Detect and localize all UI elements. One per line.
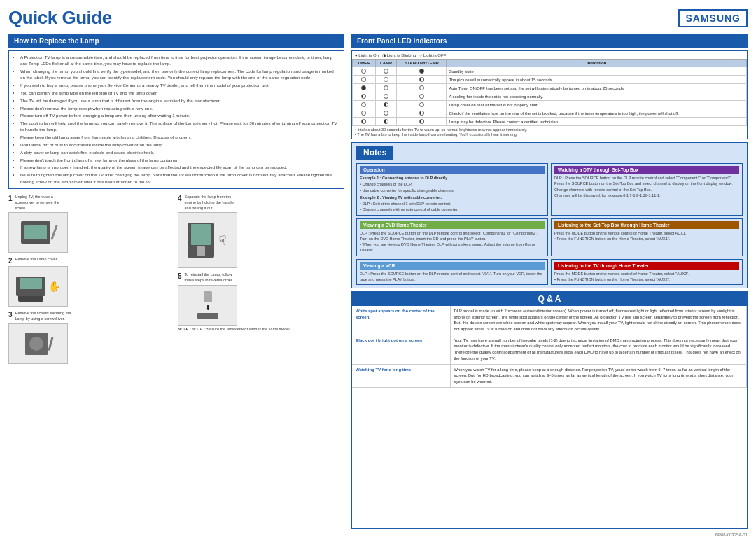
qa-row: Watching TV for a long time When you wat… [352,364,747,387]
led-legend: ● Light is On ◑ Light is Blinking ○ Ligh… [352,51,747,59]
led-dot [361,94,366,99]
op-operation-content: Example 1 : Connecting antenna to DLP di… [360,175,545,213]
op-viewing-vcr-content: DLP : Press the SOURCE button on the DLP… [360,271,545,283]
step-1-number: 1 [8,195,13,202]
led-dot [384,119,388,124]
op-viewing-dvd: Viewing a DVD Home Theater DLP : Press t… [356,218,548,256]
step-3-image [8,323,68,364]
instruction-item: A dirty cover or lamp can catch fire, ex… [20,149,340,155]
samsung-logo: SAMSUNG [678,9,748,27]
led-col-timer: TIMER [353,60,376,67]
step-4-image: ☞ [178,212,237,268]
instruction-item: You can identify the lamp type on the le… [20,90,340,96]
step-3-number: 3 [8,311,13,319]
op-viewing-dvd-content: DLP : Press the SOURCE button on the DLP… [360,230,545,253]
op-listening-setopbox-title: Listening to the Set-Top Box through Hom… [554,221,739,229]
led-dot [384,69,388,74]
step-5-text: To reinstall the Lamp, follow these step… [185,272,241,283]
op-viewing-vcr-title: Viewing a VCR [360,262,545,270]
right-column: Front Panel LED Indicators ● Light is On… [351,34,748,537]
led-dot [419,111,424,116]
op-listening-setopbox: Listening to the Set-Top Box through Hom… [551,218,743,256]
header: Quick Guide SAMSUNG [8,7,748,29]
op-listening-tv-content: Press the MODE button on the remote cont… [554,271,739,283]
led-dot [361,111,366,116]
step-2-number: 2 [8,257,13,265]
steps-right: 4 Separate the lamp from the engine by h… [178,195,344,330]
led-dot [419,102,424,107]
instruction-item: A Projection TV lamp is a consumable ite… [20,54,340,67]
notes-title: Notes [356,146,393,160]
led-section-title: Front Panel LED Indicators [351,34,748,48]
step-5: 5 To reinstall the Lamp, follow these st… [178,272,344,330]
led-row: Standby state [353,67,747,76]
led-dot [361,69,366,74]
led-row: Lamp cover on rear of the set is not pro… [353,101,747,109]
led-dot [384,102,388,107]
instruction-item: If a new lamp is improperly handled, the… [20,164,340,170]
led-table: TIMER LAMP STAND BY/TEMP Indication Stan… [352,59,747,126]
led-col-standby: STAND BY/TEMP [397,60,447,67]
op-viewing-vcr: Viewing a VCR DLP : Press the SOURCE but… [356,259,548,286]
step-1-text: Unplug TV, then use a screwdriver to rem… [15,195,71,211]
step-3-text: Remove the screws securing the Lamp by u… [15,311,71,321]
qa-title: Q & A [352,292,747,306]
step-2: 2 Remove the Lamp cover. ✋ [8,257,175,307]
led-dot [384,111,388,116]
example2-item: • Change channels with remote control of… [360,207,545,212]
led-dot [419,94,424,99]
led-notes: • It takes about 30 seconds for the TV t… [352,126,747,139]
led-dot [361,102,366,107]
step-4-text: Separate the lamp from the engine by hol… [185,195,241,211]
qa-answer: When you watch TV for a long time, pleas… [450,364,747,387]
main-content: How to Replace the Lamp A Projection TV … [8,34,748,537]
example1-item: • Use cable converter for specific chang… [360,188,545,193]
instruction-item: The TV will be damaged if you use a lamp… [20,97,340,104]
op-listening-setopbox-content: Press the MODE button on the remote cont… [554,230,739,242]
instruction-item: Don't allow dirt or dust to accumulate i… [20,141,340,148]
led-dot [419,119,424,124]
op-listening-tv-title: Listening to the TV through Home Theater [554,262,739,270]
instruction-item: Please don't touch the front glass of a … [20,157,340,163]
step-1: 1 Unplug TV, then use a screwdriver to r… [8,195,175,253]
led-col-lamp: LAMP [375,60,397,67]
ops-grid: Operation Example 1 : Connecting antenna… [356,163,743,285]
instruction-item: Please don't remove the lamp except when… [20,105,340,111]
led-dot [361,119,366,124]
led-row: A cooling fan inside the set is not oper… [353,92,747,101]
qa-section: Q & A White spot appears on the center o… [351,291,748,529]
led-dot [361,85,366,90]
led-dot [419,77,424,82]
step-note: NOTE : NOTE : Be sure the replacement la… [178,327,344,331]
qa-question: Watching TV for a long time [352,364,450,387]
instruction-item: Please keep the old lamp away from flamm… [20,134,340,140]
led-section: ● Light is On ◑ Light is Blinking ○ Ligh… [351,50,748,139]
led-dot [419,69,424,74]
led-dot [384,85,388,90]
qa-table: White spot appears on the center of the … [352,306,747,388]
op-viewing-dvd-title: Viewing a DVD Home Theater [360,221,545,229]
instruction-item: Please turn off TV power before changing… [20,112,340,118]
instructions-box: A Projection TV lamp is a consumable ite… [8,50,344,189]
qa-row: Black dot / bright dot on a screen Your … [352,335,747,364]
led-dot [361,77,366,82]
lamp-section-title: How to Replace the Lamp [8,34,344,48]
instruction-item: If you wish to buy a lamp, please phone … [20,82,340,88]
notes-section: Notes Operation Example 1 : Connecting a… [351,142,748,288]
step-4: 4 Separate the lamp from the engine by h… [178,195,344,268]
step-2-text: Remove the Lamp cover. [15,257,58,263]
op-listening-tv: Listening to the TV through Home Theater… [551,259,743,286]
qa-row: White spot appears on the center of the … [352,306,747,335]
example1-label: Example 1 : Connecting antenna to DLP di… [360,175,545,181]
step-2-image: ✋ [8,266,68,307]
qa-question: White spot appears on the center of the … [352,306,450,335]
example2-label: Example 2 : Viewing TV with cable conver… [360,195,545,200]
op-operation: Operation Example 1 : Connecting antenna… [356,163,548,216]
page-title: Quick Guide [8,7,112,29]
page: Quick Guide SAMSUNG How to Replace the L… [0,0,756,544]
step-4-number: 4 [178,195,182,202]
led-row: Check if the ventilation hole on the rea… [353,109,747,118]
step-1-image [8,212,68,253]
footer-code: BP68-00335A-01 [351,533,748,537]
qa-answer: DLP model is made up with 2 screens (ext… [450,306,747,335]
